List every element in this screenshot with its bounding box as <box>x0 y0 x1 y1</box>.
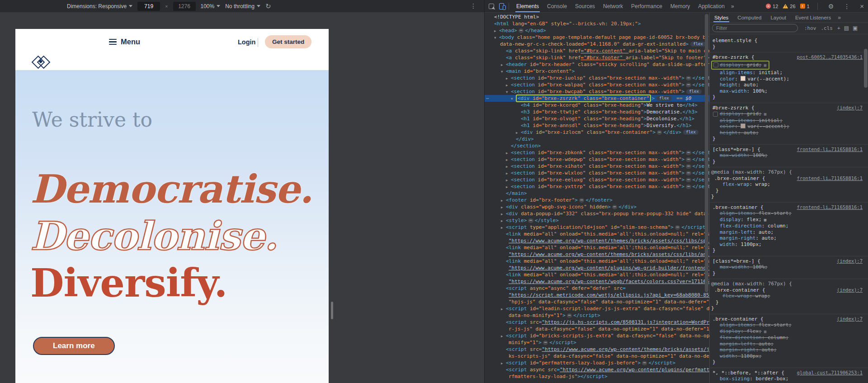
stylesheet-source-link[interactable]: frontend-li…711658816:1 <box>797 204 863 211</box>
expand-arrow-icon[interactable]: ▶ <box>506 184 508 190</box>
expand-ellipsis-icon[interactable]: ⋯ <box>686 76 691 80</box>
expand-ellipsis-icon[interactable]: ⋯ <box>579 198 584 203</box>
css-property[interactable]: color: var(--accent); <box>710 123 868 130</box>
css-property[interactable]: display: flex;▦ <box>710 217 868 223</box>
css-selector[interactable]: [class*=brxe-] {frontend-li…711658816:1 <box>710 147 868 153</box>
expand-arrow-icon[interactable]: ▶ <box>494 28 496 34</box>
expand-arrow-icon[interactable]: ▶ <box>501 224 503 231</box>
tree-node[interactable]: ▶<head>⋯</head> <box>485 27 709 34</box>
devtools-tab-console[interactable]: Console <box>543 0 571 12</box>
property-checkbox[interactable] <box>713 112 718 117</box>
console-warnings-badge[interactable]: 26 <box>783 4 795 9</box>
layout-editor-icon[interactable]: ▦ <box>764 62 766 69</box>
tree-node[interactable]: <h1 id="brxe-annsdl" class="brxe-heading… <box>485 122 709 129</box>
tree-node[interactable]: <a class="skip-link" href="#brx-content"… <box>485 47 709 54</box>
tree-node[interactable]: <script src="https://js.hs-scripts.com/8… <box>485 319 709 326</box>
css-property[interactable]: flex-wrap: wrap; <box>710 181 868 188</box>
stylesheet-source-link[interactable]: (index):7 <box>837 287 863 293</box>
css-property[interactable]: display: flex;▦ <box>710 328 868 335</box>
devtools-tab-memory[interactable]: Memory <box>666 0 694 12</box>
css-property[interactable]: max-width: 100%; <box>710 152 868 159</box>
layout-editor-icon[interactable]: ▦ <box>764 111 766 118</box>
expand-ellipsis-icon[interactable]: ⋯ <box>612 205 617 209</box>
collapse-arrow-icon[interactable]: ▼ <box>506 89 508 95</box>
expand-arrow-icon[interactable]: ▶ <box>501 61 503 68</box>
css-property[interactable]: max-width: 100%; <box>710 88 868 95</box>
css-property[interactable]: margin-right: auto; <box>710 235 868 241</box>
expand-arrow-icon[interactable]: ▶ <box>501 197 503 204</box>
console-errors-badge[interactable]: ×12 <box>766 4 778 9</box>
settings-gear-icon[interactable]: ⚙ <box>826 3 837 10</box>
expand-ellipsis-icon[interactable]: ⋯ <box>528 218 533 223</box>
css-selector[interactable]: element.style { <box>710 38 868 44</box>
styles-subtab-layout[interactable]: Layout <box>766 13 791 22</box>
css-property[interactable]: margin-left: auto; <box>710 341 868 347</box>
stylesheet-source-link[interactable]: (index):7 <box>837 258 863 265</box>
css-property[interactable]: margin-right: auto; <box>710 347 868 353</box>
expand-ellipsis-icon[interactable]: ⋯ <box>686 171 691 175</box>
expand-ellipsis-icon[interactable]: ⋯ <box>519 28 524 33</box>
node-options-icon[interactable]: ⋯ <box>486 95 489 102</box>
css-property[interactable]: width: 1100px; <box>710 241 868 248</box>
tree-node-selected[interactable]: ⋯▼<div id="brxe-zsrzrk" class="brxe-cont… <box>485 95 709 102</box>
tree-node[interactable]: ▼<section id="brxe-bwcpab" class="brxe-s… <box>485 88 709 95</box>
expand-arrow-icon[interactable]: ▶ <box>501 211 503 218</box>
css-property[interactable]: align-items: flex-start; <box>710 210 868 217</box>
tree-node[interactable]: r-js-js" data-cfasync="false" data-no-op… <box>485 326 709 332</box>
tree-node[interactable]: ▶<section id="brxe-wdepwp" class="brxe-s… <box>485 156 709 163</box>
tree-node[interactable]: "https://script.metricode.com/wotjs/elli… <box>485 292 709 298</box>
expand-arrow-icon[interactable]: ▶ <box>506 75 508 82</box>
expand-arrow-icon[interactable]: ▶ <box>506 150 508 156</box>
styles-filter-input[interactable] <box>712 24 798 32</box>
css-property[interactable]: margin-left: auto; <box>710 229 868 236</box>
tree-node[interactable]: <script async src="https://www.acume.org… <box>485 366 709 373</box>
styles-subtab-styles[interactable]: Styles <box>710 13 733 22</box>
expand-arrow-icon[interactable]: ▶ <box>506 163 508 170</box>
tree-node[interactable]: ▼<body class="home page-template-default… <box>485 34 709 41</box>
expand-ellipsis-icon[interactable]: ⋯ <box>686 164 691 169</box>
color-swatch[interactable] <box>741 123 745 128</box>
more-tabs-icon[interactable]: » <box>729 3 736 9</box>
tree-node[interactable]: "https://www.acume.org/wp-content/themes… <box>485 237 709 244</box>
stylesheet-source-link[interactable]: post-60052.…714035436:1 <box>797 54 863 61</box>
flex-badge[interactable]: flex <box>690 42 706 47</box>
panel-layout-icon[interactable]: ▣ <box>853 25 858 31</box>
devtools-tab-sources[interactable]: Sources <box>571 0 599 12</box>
tree-node[interactable]: ▶<section id="brxe-zbkonk" class="brxe-s… <box>485 149 709 156</box>
flex-badge[interactable]: flex <box>686 89 702 94</box>
devtools-tab-network[interactable]: Network <box>599 0 627 12</box>
css-property[interactable]: display: grid;▦ <box>710 61 868 70</box>
tree-node[interactable]: ▶<section id="brxe-xihato" class="brxe-s… <box>485 163 709 170</box>
expand-ellipsis-icon[interactable]: ⋯ <box>686 151 691 155</box>
tree-node[interactable]: rfmatters-lazy-load-js"></script> <box>485 373 709 380</box>
css-selector[interactable]: .brxe-container {frontend-li…711658816:1 <box>710 175 868 182</box>
tree-node[interactable]: <link media="all" onload="this.media='al… <box>485 271 709 278</box>
css-selector[interactable]: .brxe-container {(index):7 <box>710 316 868 322</box>
tree-node[interactable]: ▶<section id="brxe-walpaq" class="brxe-s… <box>485 81 709 88</box>
tree-node[interactable]: ▼<main id="brx-content"> <box>485 68 709 75</box>
rendering-icon[interactable]: ▤ <box>844 25 849 31</box>
css-selector[interactable]: #brxe-zsrzrk {(index):7 <box>710 105 868 111</box>
expand-ellipsis-icon[interactable]: ⋯ <box>543 340 548 345</box>
tree-node[interactable]: <h3 id="brxe-ttwtje" class="brxe-heading… <box>485 109 709 115</box>
expand-arrow-icon[interactable]: ▶ <box>516 129 518 136</box>
tree-node[interactable]: ▶<script id="perfmatters-lazy-load-js-be… <box>485 359 709 366</box>
elements-scrollbar-thumb[interactable] <box>705 14 708 292</box>
css-property[interactable]: display: grid;▦ <box>710 111 868 118</box>
tree-node[interactable]: data-new-gr-c-s-check-loaded="14.1168.0"… <box>485 41 709 47</box>
expand-arrow-icon[interactable]: ▶ <box>506 170 508 177</box>
issues-badge[interactable]: !1 <box>800 4 810 9</box>
menu-toggle[interactable]: Menu <box>109 38 140 46</box>
css-selector[interactable]: [class*=brxe-] {(index):7 <box>710 258 868 265</box>
tree-node[interactable]: </div> <box>485 136 709 142</box>
throttling-select[interactable]: No throttling <box>225 3 260 9</box>
css-property[interactable]: flex-direction: column; <box>710 335 868 341</box>
inspect-element-icon[interactable] <box>489 3 495 9</box>
stylesheet-source-link[interactable]: frontend-li…711658816:1 <box>797 147 863 153</box>
rotate-viewport-icon[interactable]: ↻ <box>265 3 271 9</box>
tree-node[interactable]: ▶<footer id="brx-footer">⋯</footer> <box>485 197 709 203</box>
tree-node[interactable]: "https://www.acume.org/wp-content/plugin… <box>485 265 709 271</box>
tree-node[interactable]: <h4 id="brxe-kcorqd" class="brxe-heading… <box>485 102 709 109</box>
tree-node[interactable]: ▶<section id="brxe-eeluxg" class="brxe-s… <box>485 176 709 183</box>
styles-subtab-event-listeners[interactable]: Event Listeners <box>791 13 835 22</box>
